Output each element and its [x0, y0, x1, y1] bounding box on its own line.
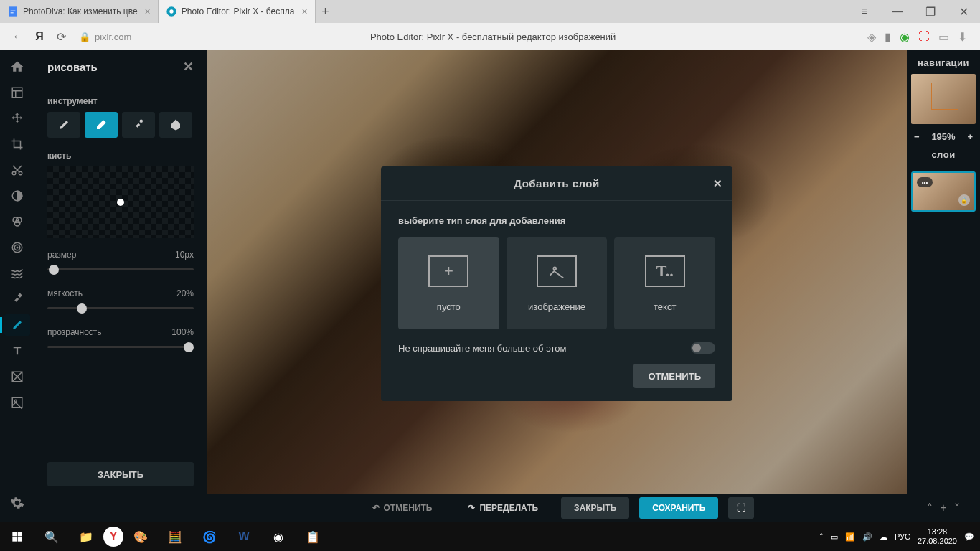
yandex-app-icon[interactable]: Y — [103, 527, 123, 547]
shape-icon[interactable] — [4, 366, 30, 387]
pencil-tool[interactable] — [47, 112, 80, 138]
settings-icon[interactable] — [4, 492, 30, 514]
image-icon[interactable] — [4, 392, 30, 413]
minimize-icon[interactable]: — — [881, 0, 914, 23]
notifications-icon[interactable]: 💬 — [964, 532, 974, 542]
lock-icon[interactable]: 🔒 — [958, 194, 970, 206]
pixlr-icon — [166, 6, 177, 17]
download-icon[interactable]: ⬇ — [958, 30, 967, 44]
layer-text-card[interactable]: T.. текст — [614, 237, 715, 329]
layer-down-icon[interactable]: ˅ — [954, 501, 960, 515]
blur-icon[interactable] — [4, 237, 30, 258]
new-tab-button[interactable]: + — [316, 4, 336, 19]
plus-icon: + — [428, 255, 468, 287]
save-button[interactable]: СОХРАНИТЬ — [639, 497, 718, 519]
shield-icon[interactable]: ◉ — [900, 30, 910, 44]
zoom-value: 195% — [931, 131, 955, 142]
expand-icon[interactable]: ⛶ — [918, 30, 930, 43]
eraser-tool[interactable] — [85, 112, 118, 138]
tab-title: PhotoDiva: Как изменить цве — [23, 6, 138, 17]
taskbar-clock[interactable]: 13:28 27.08.2020 — [918, 527, 957, 546]
tray-chevron-icon[interactable]: ˄ — [819, 532, 824, 542]
reload-button[interactable]: ⟳ — [50, 26, 72, 47]
url-text: pixlr.com — [95, 32, 131, 42]
modal-title: Добавить слой — [514, 177, 599, 189]
calc-icon[interactable]: 🧮 — [158, 522, 192, 551]
app-icon[interactable]: 🌀 — [192, 522, 227, 551]
text-icon[interactable] — [4, 340, 30, 362]
undo-button[interactable]: ↶ ОТМЕНИТЬ — [359, 497, 446, 519]
picture-icon — [537, 255, 577, 287]
zoom-out-button[interactable]: − — [914, 131, 920, 142]
url-bar[interactable]: 🔒 pixlr.com Photo Editor: Pixlr X - бесп… — [72, 27, 862, 47]
fullscreen-icon[interactable]: ⛶ — [728, 497, 754, 519]
close-window-icon[interactable]: ✕ — [947, 0, 980, 23]
modal-close-icon[interactable]: ✕ — [713, 177, 723, 190]
explorer-icon[interactable]: 📁 — [69, 522, 103, 551]
start-button[interactable] — [0, 522, 34, 551]
tool-rail — [0, 50, 34, 522]
lang-indicator[interactable]: РУС — [895, 532, 910, 541]
svg-point-21 — [553, 267, 556, 270]
notes-icon[interactable]: 📋 — [296, 522, 330, 551]
app2-icon[interactable]: ◉ — [261, 522, 296, 551]
page-title: Photo Editor: Pixlr X - бесплатный редак… — [131, 32, 854, 42]
size-slider[interactable] — [47, 263, 194, 277]
battery-icon[interactable]: ▭ — [938, 30, 949, 44]
canvas-area: 1332 x 850 px @ 195% Добавить слой ✕ выб… — [207, 50, 907, 522]
size-label: размер — [47, 250, 76, 260]
maximize-icon[interactable]: ❐ — [914, 0, 947, 23]
heal-icon[interactable] — [4, 288, 30, 310]
layer-image-card[interactable]: изображение — [507, 237, 608, 329]
layer-empty-card[interactable]: + пусто — [398, 237, 499, 329]
bookmark-icon[interactable]: ▮ — [885, 30, 891, 44]
layer-menu-icon[interactable]: ••• — [917, 177, 933, 187]
back-button[interactable]: ← — [7, 26, 29, 47]
close-button[interactable]: ЗАКРЫТЬ — [561, 497, 629, 519]
move-icon[interactable] — [4, 108, 30, 129]
tab-1[interactable]: Photo Editor: Pixlr X - беспла × — [159, 0, 316, 23]
soft-slider[interactable] — [47, 301, 194, 316]
liquify-icon[interactable] — [4, 263, 30, 284]
svg-rect-22 — [12, 532, 17, 536]
menu-icon[interactable]: ≡ — [848, 0, 881, 23]
draw-icon[interactable] — [4, 314, 30, 336]
paint-icon[interactable]: 🎨 — [123, 522, 158, 551]
layer-thumbnail[interactable]: ••• 🔒 — [911, 171, 976, 212]
layout-icon[interactable] — [4, 82, 30, 103]
tab-close-icon[interactable]: × — [301, 6, 307, 17]
tab-close-icon[interactable]: × — [145, 6, 151, 17]
tag-icon[interactable]: ◈ — [867, 30, 876, 44]
tab-0[interactable]: PhotoDiva: Как изменить цве × — [0, 0, 159, 23]
fill-tool[interactable] — [159, 112, 192, 138]
brush-preview[interactable] — [47, 166, 194, 238]
navigator-thumbnail[interactable] — [911, 74, 976, 124]
battery-tray-icon[interactable]: ▭ — [831, 532, 838, 542]
crop-icon[interactable] — [4, 133, 30, 155]
volume-icon[interactable]: 🔊 — [862, 532, 872, 542]
redo-button[interactable]: ↷ ПЕРЕДЕЛАТЬ — [455, 497, 551, 519]
add-layer-icon[interactable]: + — [940, 501, 946, 514]
close-panel-icon[interactable]: ✕ — [183, 59, 194, 75]
wifi-icon[interactable]: 📶 — [845, 532, 855, 542]
adjust-icon[interactable] — [4, 185, 30, 207]
svg-point-15 — [17, 247, 18, 248]
cloud-icon[interactable]: ☁ — [880, 532, 887, 542]
card-label: изображение — [528, 301, 585, 312]
cancel-button[interactable]: ОТМЕНИТЬ — [633, 364, 715, 388]
zoom-in-button[interactable]: + — [967, 131, 973, 142]
opacity-slider[interactable] — [47, 340, 194, 354]
svg-point-5 — [169, 9, 173, 13]
word-icon[interactable]: W — [227, 522, 261, 551]
search-icon[interactable]: 🔍 — [34, 522, 69, 551]
yandex-icon[interactable]: Я — [29, 26, 50, 47]
layer-up-icon[interactable]: ˄ — [927, 501, 933, 515]
doc-icon — [7, 6, 19, 17]
cut-icon[interactable] — [4, 159, 30, 181]
close-panel-button[interactable]: ЗАКРЫТЬ — [47, 462, 194, 486]
filter-icon[interactable] — [4, 211, 30, 232]
home-icon[interactable] — [4, 56, 30, 77]
dontask-toggle[interactable] — [691, 342, 715, 354]
brush-tool[interactable] — [122, 112, 155, 138]
opacity-value: 100% — [171, 327, 194, 337]
